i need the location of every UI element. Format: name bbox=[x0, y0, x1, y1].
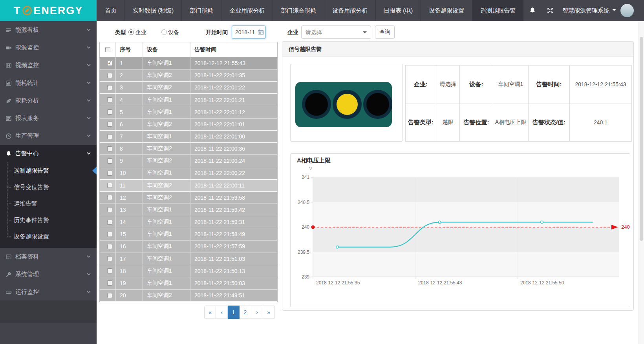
row-checkbox[interactable] bbox=[107, 232, 112, 237]
sidebar-item-能耗统计[interactable]: 能耗统计 bbox=[0, 74, 97, 92]
page-scrollbar-thumb[interactable] bbox=[640, 37, 643, 241]
table-row[interactable]: 14车间空调12018-11-22 21:59:31 bbox=[100, 216, 277, 228]
row-device-cell: 车间空调1 bbox=[143, 228, 190, 240]
sidebar-item-运行监控[interactable]: 运行监控 bbox=[0, 283, 97, 301]
table-row[interactable]: 17车间空调12018-11-22 21:51:03 bbox=[100, 253, 277, 265]
sidebar-subitem-信号变位告警[interactable]: 信号变位告警 bbox=[0, 179, 97, 195]
table-row[interactable]: 9车间空调22018-11-22 22:00:24 bbox=[100, 155, 277, 167]
table-row[interactable]: 15车间空调12018-11-22 21:58:49 bbox=[100, 228, 277, 240]
info-label: 告警位置: bbox=[459, 104, 493, 142]
row-checkbox[interactable] bbox=[107, 158, 112, 164]
row-index-cell: 10 bbox=[115, 167, 143, 179]
nav-item-企业用能分析[interactable]: 企业用能分析 bbox=[221, 0, 273, 21]
sidebar-subitem-label: 运维告警 bbox=[14, 200, 37, 207]
row-checkbox[interactable] bbox=[107, 73, 112, 78]
film-icon bbox=[5, 62, 12, 69]
start-time-input[interactable] bbox=[232, 25, 266, 39]
svg-text:240: 240 bbox=[621, 224, 630, 230]
table-row[interactable]: 11车间空调22018-11-22 22:00:11 bbox=[100, 180, 277, 192]
row-checkbox[interactable] bbox=[107, 293, 112, 298]
table-row[interactable]: 18车间空调12018-11-22 21:50:13 bbox=[100, 265, 277, 277]
sidebar-subitem-设备越限设置[interactable]: 设备越限设置 bbox=[0, 228, 97, 245]
row-checkbox[interactable] bbox=[107, 195, 112, 200]
table-row[interactable]: 13车间空调12018-11-22 21:59:42 bbox=[100, 204, 277, 216]
nav-item-首页[interactable]: 首页 bbox=[97, 0, 124, 21]
search-button[interactable]: 查询 bbox=[375, 25, 395, 39]
sidebar-subitem-运维告警[interactable]: 运维告警 bbox=[0, 195, 97, 212]
pagination-button-1[interactable]: 1 bbox=[228, 306, 240, 319]
nav-item-设备用能分析[interactable]: 设备用能分析 bbox=[324, 0, 375, 21]
row-checkbox[interactable] bbox=[107, 97, 112, 102]
table-row[interactable]: 4车间空调12018-11-22 22:01:21 bbox=[100, 94, 277, 106]
radio-device-label[interactable]: 设备 bbox=[168, 29, 179, 36]
sidebar-subitem-遥测越限告警[interactable]: 遥测越限告警 bbox=[0, 162, 97, 179]
row-checkbox[interactable] bbox=[107, 146, 112, 151]
system-title-menu[interactable]: 智慧能源管理系统 bbox=[562, 0, 616, 21]
radio-device[interactable] bbox=[161, 29, 167, 35]
table-row[interactable]: 6车间空调22018-11-22 22:01:01 bbox=[100, 118, 277, 131]
row-checkbox[interactable] bbox=[107, 220, 112, 225]
sidebar-item-能源监控[interactable]: 能源监控 bbox=[0, 39, 97, 56]
radio-enterprise-label[interactable]: 企业 bbox=[135, 29, 146, 36]
table-row[interactable]: 7车间空调12018-11-22 22:01:00 bbox=[100, 131, 277, 143]
row-checkbox[interactable] bbox=[107, 61, 112, 66]
table-row[interactable]: 1车间空调12018-12-12 21:55:43 bbox=[100, 57, 277, 69]
table-row[interactable]: 10车间空调12018-11-22 22:00:22 bbox=[100, 167, 277, 179]
sidebar-item-视频监控[interactable]: 视频监控 bbox=[0, 56, 97, 74]
table-row[interactable]: 16车间空调12018-11-22 21:57:59 bbox=[100, 240, 277, 253]
nav-item-部门综合能耗[interactable]: 部门综合能耗 bbox=[273, 0, 324, 21]
select-all-checkbox[interactable] bbox=[105, 47, 110, 52]
row-checkbox[interactable] bbox=[107, 244, 112, 249]
sidebar-item-能源看板[interactable]: 能源看板 bbox=[0, 21, 97, 39]
row-device-cell: 车间空调1 bbox=[143, 131, 190, 142]
table-row[interactable]: 3车间空调22018-11-22 22:01:22 bbox=[100, 82, 277, 94]
nav-item-实时数据 (秒级)[interactable]: 实时数据 (秒级) bbox=[124, 0, 181, 21]
nav-item-日报表 (电)[interactable]: 日报表 (电) bbox=[375, 0, 421, 21]
row-checkbox[interactable] bbox=[107, 256, 112, 261]
row-index-cell: 13 bbox=[115, 204, 143, 216]
pagination-button-«[interactable]: « bbox=[204, 306, 216, 319]
traffic-light-left-lamp bbox=[305, 93, 328, 116]
sidebar-subitem-历史事件告警[interactable]: 历史事件告警 bbox=[0, 212, 97, 228]
user-avatar[interactable] bbox=[620, 4, 634, 17]
row-checkbox[interactable] bbox=[107, 268, 112, 273]
pagination-button-‹[interactable]: ‹ bbox=[216, 306, 228, 319]
row-checkbox[interactable] bbox=[107, 207, 112, 212]
row-checkbox[interactable] bbox=[107, 122, 112, 127]
pagination-button-»[interactable]: » bbox=[263, 306, 275, 319]
row-checkbox[interactable] bbox=[107, 280, 112, 286]
table-row[interactable]: 19车间空调12018-11-22 21:50:03 bbox=[100, 277, 277, 289]
sidebar-item-报表服务[interactable]: 报表服务 bbox=[0, 109, 97, 127]
table-row[interactable]: 8车间空调22018-11-22 22:00:36 bbox=[100, 143, 277, 155]
nav-item-部门能耗[interactable]: 部门能耗 bbox=[181, 0, 221, 21]
table-row[interactable]: 12车间空调22018-11-22 21:59:58 bbox=[100, 192, 277, 204]
sidebar-item-能耗分析[interactable]: 能耗分析 bbox=[0, 92, 97, 109]
pagination-button-›[interactable]: › bbox=[251, 306, 263, 319]
sidebar-item-档案资料[interactable]: 档案资料 bbox=[0, 248, 97, 266]
nav-item-遥测越限告警[interactable]: 遥测越限告警 bbox=[472, 0, 523, 21]
row-checkbox[interactable] bbox=[107, 183, 112, 188]
radio-enterprise[interactable] bbox=[128, 29, 134, 35]
notifications-bell-icon[interactable] bbox=[529, 7, 536, 14]
sidebar-item-label: 能源监控 bbox=[15, 44, 39, 51]
sidebar-subitem-label: 遥测越限告警 bbox=[14, 167, 49, 174]
hdd-icon bbox=[5, 289, 12, 295]
row-checkbox[interactable] bbox=[107, 171, 112, 176]
table-row[interactable]: 20车间空调22018-11-22 21:49:51 bbox=[100, 289, 277, 302]
sidebar-item-生产管理[interactable]: 生产管理 bbox=[0, 127, 97, 145]
pagination-button-2[interactable]: 2 bbox=[240, 306, 251, 319]
row-checkbox[interactable] bbox=[107, 85, 112, 90]
fullscreen-icon[interactable] bbox=[547, 7, 554, 14]
sidebar-item-系统管理[interactable]: 系统管理 bbox=[0, 266, 97, 283]
row-checkbox[interactable] bbox=[107, 109, 112, 115]
row-checkbox[interactable] bbox=[107, 134, 112, 139]
row-time-cell: 2018-11-22 22:00:24 bbox=[190, 155, 277, 167]
row-device-cell: 车间空调2 bbox=[143, 82, 190, 93]
table-row[interactable]: 2车间空调22018-11-22 22:01:35 bbox=[100, 69, 277, 82]
enterprise-select[interactable]: 请选择 bbox=[301, 25, 371, 39]
table-row[interactable]: 5车间空调12018-11-22 22:01:12 bbox=[100, 106, 277, 118]
row-device-cell: 车间空调2 bbox=[143, 155, 190, 167]
sidebar-item-告警中心[interactable]: 告警中心 bbox=[0, 145, 97, 162]
nav-item-设备越限设置[interactable]: 设备越限设置 bbox=[421, 0, 472, 21]
row-time-cell: 2018-11-22 22:01:35 bbox=[190, 69, 277, 81]
